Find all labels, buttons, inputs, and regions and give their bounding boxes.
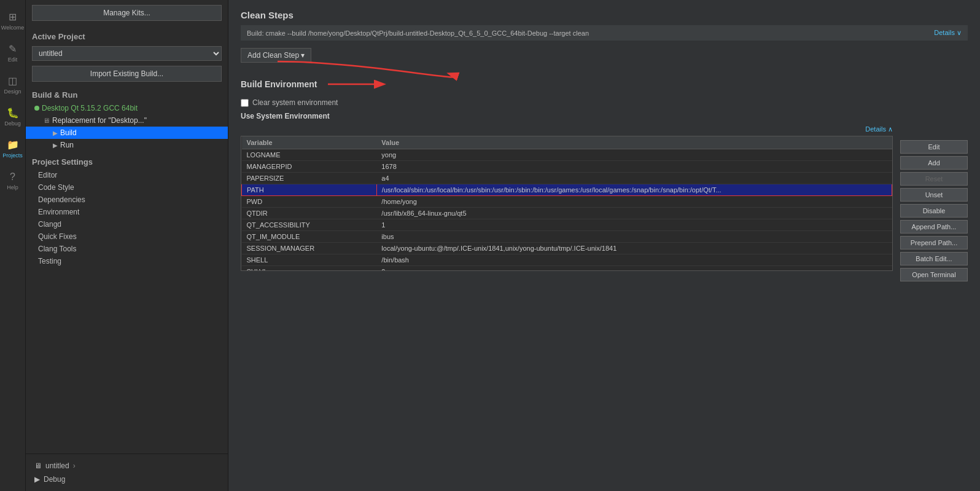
reset-button[interactable]: Reset [900, 172, 968, 186]
tree-item-build[interactable]: ▶ Build [26, 127, 228, 139]
table-row[interactable]: PAPERSIZEa4 [242, 173, 892, 184]
table-row[interactable]: QTDIR/usr/lib/x86_64-linux-gnu/qt5 [242, 208, 892, 219]
add-clean-step-button[interactable]: Add Clean Step ▾ [241, 48, 311, 63]
batch-edit-button[interactable]: Batch Edit... [900, 252, 968, 265]
settings-item-code-style[interactable]: Code Style [26, 181, 228, 194]
build-step-row: Build: cmake --build /home/yong/Desktop/… [241, 25, 968, 41]
sidebar-item-debug[interactable]: 🐛 Debug [0, 101, 26, 133]
table-row[interactable]: SHELL/bin/bash [242, 254, 892, 266]
clean-steps-details-button[interactable]: Details ∨ [934, 29, 962, 37]
design-icon: ◫ [8, 75, 17, 87]
env-val-cell: 1678 [376, 161, 892, 173]
sidebar-bottom-project[interactable]: 🖥 untitled › [32, 459, 222, 473]
env-val-cell: yong [376, 149, 892, 161]
env-var-cell: PATH [242, 184, 377, 196]
settings-item-quick-fixes[interactable]: Quick Fixes [26, 230, 228, 243]
help-icon: ? [10, 171, 15, 183]
env-val-cell: ibus [376, 231, 892, 243]
env-section: Details ∧ Variable Value LOGNAMEyongMANA… [241, 125, 968, 281]
env-table-wrap: Details ∧ Variable Value LOGNAMEyongMANA… [241, 125, 893, 281]
table-row[interactable]: QT_ACCESSIBILITY1 [242, 219, 892, 231]
build-run-title: Build & Run [26, 84, 228, 102]
sys-env-details-button[interactable]: Details ∧ [865, 125, 893, 133]
env-var-cell: QTDIR [242, 208, 377, 219]
arrow-decoration [322, 75, 395, 93]
table-row[interactable]: SESSION_MANAGERlocal/yong-ubuntu:@/tmp/.… [242, 243, 892, 254]
tree-item-replacement[interactable]: 🖥 Replacement for "Desktop..." [26, 114, 228, 127]
settings-item-environment[interactable]: Environment [26, 206, 228, 218]
env-var-cell: LOGNAME [242, 149, 377, 161]
settings-item-clangd[interactable]: Clangd [26, 218, 228, 230]
project-select-row: untitled [26, 44, 228, 63]
table-row[interactable]: QT_IM_MODULEibus [242, 231, 892, 243]
settings-item-testing[interactable]: Testing [26, 255, 228, 267]
main-content: Clean Steps Build: cmake --build /home/y… [228, 0, 980, 491]
disable-button[interactable]: Disable [900, 204, 968, 218]
clean-steps-title: Clean Steps [241, 10, 968, 20]
chevron-icon: › [73, 462, 76, 470]
sidebar-item-welcome[interactable]: ⊞ Welcome [0, 5, 26, 37]
table-row[interactable]: MANAGERPID1678 [242, 161, 892, 173]
sidebar-item-projects[interactable]: 📁 Projects [0, 133, 26, 165]
build-step-text: Build: cmake --build /home/yong/Desktop/… [247, 29, 934, 37]
add-button[interactable]: Add [900, 156, 968, 170]
env-var-cell: PAPERSIZE [242, 173, 377, 184]
icon-bar: ⊞ Welcome ✎ Edit ◫ Design 🐛 Debug 📁 Proj… [0, 0, 26, 491]
sidebar-bottom: 🖥 untitled › ▶ Debug [26, 454, 228, 491]
projects-icon: 📁 [7, 139, 19, 151]
env-val-cell: local/yong-ubuntu:@/tmp/.ICE-unix/1841,u… [376, 243, 892, 254]
table-row[interactable]: SHLVL0 [242, 266, 892, 272]
active-project-title: Active Project [26, 26, 228, 44]
sidebar: Manage Kits... Active Project untitled I… [26, 0, 228, 491]
env-var-cell: QT_ACCESSIBILITY [242, 219, 377, 231]
tree-item-run[interactable]: ▶ Run [26, 139, 228, 151]
tree-item-desktop-qt[interactable]: Desktop Qt 5.15.2 GCC 64bit [26, 102, 228, 114]
env-val-cell: /usr/lib/x86_64-linux-gnu/qt5 [376, 208, 892, 219]
open-terminal-button[interactable]: Open Terminal [900, 268, 968, 281]
clear-sys-env-label: Clear system environment [252, 98, 338, 107]
table-row[interactable]: LOGNAMEyong [242, 149, 892, 161]
manage-kits-button[interactable]: Manage Kits... [32, 5, 222, 21]
build-env-title: Build Environment [241, 79, 317, 89]
edit-icon: ✎ [9, 43, 17, 55]
triangle-right-icon-run: ▶ [53, 142, 58, 149]
computer-icon: 🖥 [43, 117, 50, 124]
sidebar-item-help[interactable]: ? Help [0, 165, 26, 197]
debug-run-icon: ▶ [34, 475, 40, 484]
env-val-cell: 1 [376, 219, 892, 231]
env-table-container[interactable]: Variable Value LOGNAMEyongMANAGERPID1678… [241, 136, 893, 271]
content-area: Clean Steps Build: cmake --build /home/y… [228, 0, 980, 491]
env-var-cell: MANAGERPID [242, 161, 377, 173]
env-table: Variable Value LOGNAMEyongMANAGERPID1678… [241, 136, 892, 271]
col-variable: Variable [242, 136, 377, 149]
table-row[interactable]: PWD/home/yong [242, 196, 892, 208]
clear-sys-env-row: Clear system environment [241, 98, 968, 107]
settings-item-clang-tools[interactable]: Clang Tools [26, 243, 228, 255]
append-path-button[interactable]: Append Path... [900, 220, 968, 234]
sidebar-top: Manage Kits... [26, 0, 228, 26]
build-env-header: Build Environment [241, 75, 968, 93]
col-value: Value [376, 136, 892, 149]
sidebar-bottom-debug[interactable]: ▶ Debug [32, 473, 222, 486]
settings-item-editor[interactable]: Editor [26, 169, 228, 181]
project-dropdown[interactable]: untitled [32, 46, 222, 61]
sidebar-item-edit[interactable]: ✎ Edit [0, 37, 26, 69]
table-row[interactable]: PATH/usr/local/sbin:/usr/local/bin:/usr/… [242, 184, 892, 196]
edit-button[interactable]: Edit [900, 140, 968, 154]
sys-env-label: Use System Environment [241, 112, 968, 120]
env-var-cell: SHELL [242, 254, 377, 266]
unset-button[interactable]: Unset [900, 188, 968, 202]
settings-item-dependencies[interactable]: Dependencies [26, 194, 228, 206]
triangle-right-icon: ▶ [53, 130, 58, 136]
env-var-cell: SESSION_MANAGER [242, 243, 377, 254]
prepend-path-button[interactable]: Prepend Path... [900, 236, 968, 249]
env-var-cell: PWD [242, 196, 377, 208]
clear-sys-env-checkbox[interactable] [241, 99, 249, 107]
env-action-buttons: Edit Add Reset Unset Disable Append Path… [900, 140, 968, 281]
project-settings-title: Project Settings [26, 151, 228, 169]
env-val-cell: a4 [376, 173, 892, 184]
env-val-cell: 0 [376, 266, 892, 272]
sidebar-item-design[interactable]: ◫ Design [0, 69, 26, 101]
import-existing-build-button[interactable]: Import Existing Build... [32, 66, 222, 82]
active-dot [34, 106, 39, 111]
